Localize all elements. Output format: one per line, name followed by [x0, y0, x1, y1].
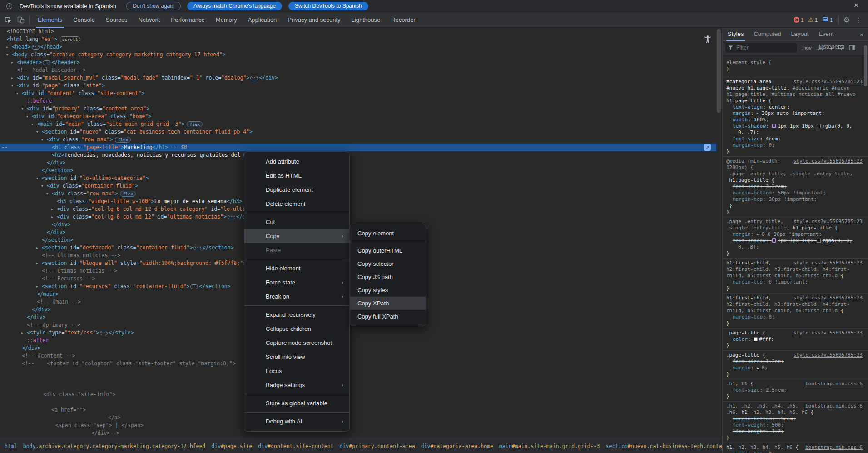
- styles-scrollbar[interactable]: [864, 45, 867, 86]
- dom-node[interactable]: ▸<div id="modal_search_mvl" class="modal…: [0, 74, 716, 82]
- menu-item-debug-with-ai[interactable]: Debug with AI›: [244, 414, 349, 428]
- tab-console[interactable]: Console: [68, 12, 100, 28]
- css-rule[interactable]: .h1, h1 {bootstrap.min.css:6font-size: 2…: [723, 379, 868, 402]
- css-rule[interactable]: .page-title {style.css?v…55695785:23font…: [723, 351, 868, 379]
- dont-show-again-button[interactable]: Don't show again: [126, 2, 181, 10]
- collapsed-content-icon[interactable]: ···: [228, 215, 235, 219]
- css-rule[interactable]: .h1, .h2, .h3, .h4, .h5,bootstrap.min.cs…: [723, 402, 868, 443]
- elements-scrollbar[interactable]: [717, 29, 721, 113]
- scroll-badge[interactable]: scroll: [60, 36, 80, 42]
- expand-arrow-closed-icon[interactable]: ▸: [36, 259, 38, 267]
- menu-item-collapse-children[interactable]: Collapse children: [244, 322, 349, 336]
- breadcrumb-item[interactable]: div#page.site: [211, 443, 252, 449]
- expand-arrow-closed-icon[interactable]: ▸: [51, 213, 53, 221]
- hover-state-button[interactable]: :hov: [802, 45, 812, 50]
- menu-item-break-on[interactable]: Break on›: [244, 289, 349, 304]
- console-errors-icon[interactable]: [794, 17, 799, 23]
- sidebar-tab-event-listeners[interactable]: Event Listeners: [813, 28, 860, 41]
- breadcrumb-item[interactable]: div#primary.content-area: [340, 443, 415, 449]
- dom-node[interactable]: </div>: [0, 159, 716, 167]
- dom-node[interactable]: </a>: [0, 414, 716, 422]
- dom-node[interactable]: ▾<div class="container-fluid">: [0, 182, 716, 190]
- dom-node[interactable]: <!-- #content -->: [0, 352, 716, 360]
- breadcrumb-item[interactable]: html: [5, 443, 17, 449]
- more-sidebar-tabs-icon[interactable]: »: [860, 31, 863, 38]
- expand-arrow-open-icon[interactable]: ▾: [11, 82, 13, 90]
- dom-node[interactable]: ▾<div id="primary" class="content-area">: [0, 105, 716, 113]
- menu-item-force-state[interactable]: Force state›: [244, 275, 349, 289]
- error-count[interactable]: 1: [801, 17, 804, 23]
- menu-item-badge-settings[interactable]: Badge settings›: [244, 378, 349, 392]
- dom-node[interactable]: ▾<div class="row max">flex: [0, 190, 716, 198]
- flex-badge[interactable]: flex: [187, 121, 203, 127]
- flex-badge[interactable]: flex: [120, 191, 136, 197]
- stylesheet-link[interactable]: style.css?v…55695785:23: [794, 295, 863, 301]
- computed-panel-toggle-icon[interactable]: [849, 45, 855, 50]
- flex-badge[interactable]: flex: [115, 137, 131, 143]
- dom-node[interactable]: ▾<main id="main" class="site-main grid g…: [0, 120, 716, 128]
- dom-node[interactable]: <!-- <footer id="colophon" class="site-f…: [0, 360, 716, 368]
- tab-recorder[interactable]: Recorder: [386, 12, 421, 28]
- menu-item-copy-xpath[interactable]: Copy XPath: [350, 297, 426, 310]
- dom-node[interactable]: ::after: [0, 337, 716, 344]
- shadow-editor-icon[interactable]: [772, 124, 776, 128]
- menu-item-copy-element[interactable]: Copy element: [350, 227, 426, 240]
- tab-memory[interactable]: Memory: [210, 12, 243, 28]
- css-rule[interactable]: #categoria-areastyle.css?v…55695785:23#n…: [723, 77, 868, 157]
- menu-item-cut[interactable]: Cut: [244, 215, 349, 229]
- sidebar-tab-layout[interactable]: Layout: [786, 28, 813, 41]
- collapsed-content-icon[interactable]: ···: [190, 284, 198, 289]
- css-rule[interactable]: h1:first-child,style.css?v…55695785:23h2…: [723, 259, 868, 294]
- menu-item-edit-as-html[interactable]: Edit as HTML: [244, 169, 349, 183]
- expand-arrow-open-icon[interactable]: ▾: [26, 113, 28, 120]
- dom-node[interactable]: <!DOCTYPE html>: [0, 28, 716, 35]
- tab-sources[interactable]: Sources: [100, 12, 133, 28]
- stylesheet-link[interactable]: style.css?v…55695785:23: [794, 330, 863, 336]
- switch-devtools-spanish-button[interactable]: Switch DevTools to Spanish: [288, 2, 368, 10]
- tab-network[interactable]: Network: [133, 12, 166, 28]
- expand-arrow-open-icon[interactable]: ▾: [36, 128, 38, 136]
- device-toolbar-icon[interactable]: [16, 15, 25, 25]
- dom-node[interactable]: ▸<head>···</head>: [0, 43, 716, 51]
- sidebar-tab-computed[interactable]: Computed: [749, 28, 786, 41]
- shadow-editor-icon[interactable]: [772, 238, 776, 243]
- menu-item-copy-outerhtml[interactable]: Copy outerHTML: [350, 244, 426, 257]
- dom-node[interactable]: <div class="site-info">: [0, 391, 716, 398]
- dom-node[interactable]: <span class="sep"> | </span>: [0, 422, 716, 429]
- sidebar-tab-styles[interactable]: Styles: [723, 28, 749, 41]
- tab-performance[interactable]: Performance: [165, 12, 210, 28]
- dom-node[interactable]: <a href="">: [0, 406, 716, 414]
- dom-node[interactable]: ▸<div class="col-lg-6 col-md-12" id="ult…: [0, 213, 716, 221]
- color-swatch[interactable]: [817, 239, 821, 243]
- settings-gear-icon[interactable]: ⚙: [843, 15, 850, 24]
- css-rule[interactable]: h1:first-child,style.css?v…55695785:23h2…: [723, 294, 868, 329]
- dom-node[interactable]: <!-- Modal Buscador-->: [0, 66, 716, 74]
- collapsed-content-icon[interactable]: ···: [32, 45, 40, 50]
- expand-arrow-closed-icon[interactable]: ▸: [11, 74, 13, 82]
- color-swatch[interactable]: [754, 337, 758, 341]
- dom-node[interactable]: ▾<div class="row max">flex: [0, 136, 716, 144]
- expand-arrow-open-icon[interactable]: ▾: [21, 105, 23, 113]
- reveal-adorner-icon[interactable]: ↗: [704, 144, 711, 151]
- menu-item-capture-node-screenshot[interactable]: Capture node screenshot: [244, 336, 349, 350]
- dom-node[interactable]: ▾<body class="archive category category-…: [0, 51, 716, 59]
- menu-item-paste[interactable]: Paste: [244, 243, 349, 257]
- menu-item-expand-recursively[interactable]: Expand recursively: [244, 308, 349, 322]
- expand-arrow-closed-icon[interactable]: ▸: [51, 205, 53, 213]
- tab-elements[interactable]: Elements: [32, 12, 68, 28]
- stylesheet-link[interactable]: bootstrap.min.css:6: [805, 403, 863, 409]
- collapsed-content-icon[interactable]: ···: [43, 60, 50, 65]
- tab-application[interactable]: Application: [243, 12, 283, 28]
- dom-node[interactable]: <html lang="es">scroll: [0, 35, 716, 43]
- tab-lighthouse[interactable]: Lighthouse: [346, 12, 386, 28]
- expand-arrow-open-icon[interactable]: ▾: [41, 136, 43, 144]
- css-rule[interactable]: @media (min-width:style.css?v…55695785:2…: [723, 157, 868, 217]
- css-rule[interactable]: element.style {}: [723, 56, 868, 77]
- stylesheet-link[interactable]: bootstrap.min.css:6: [805, 444, 863, 451]
- dom-node[interactable]: ▾<div id="categoria-area" class="home">: [0, 113, 716, 120]
- menu-item-copy-js-path[interactable]: Copy JS path: [350, 270, 426, 284]
- menu-item-copy-styles[interactable]: Copy styles: [350, 284, 426, 297]
- dom-node[interactable]: ▸<div class="col-lg-6 col-md-12 d-block …: [0, 205, 716, 213]
- menu-item-store-as-global-variable[interactable]: Store as global variable: [244, 396, 349, 410]
- console-warnings-icon[interactable]: ⚠: [808, 17, 813, 23]
